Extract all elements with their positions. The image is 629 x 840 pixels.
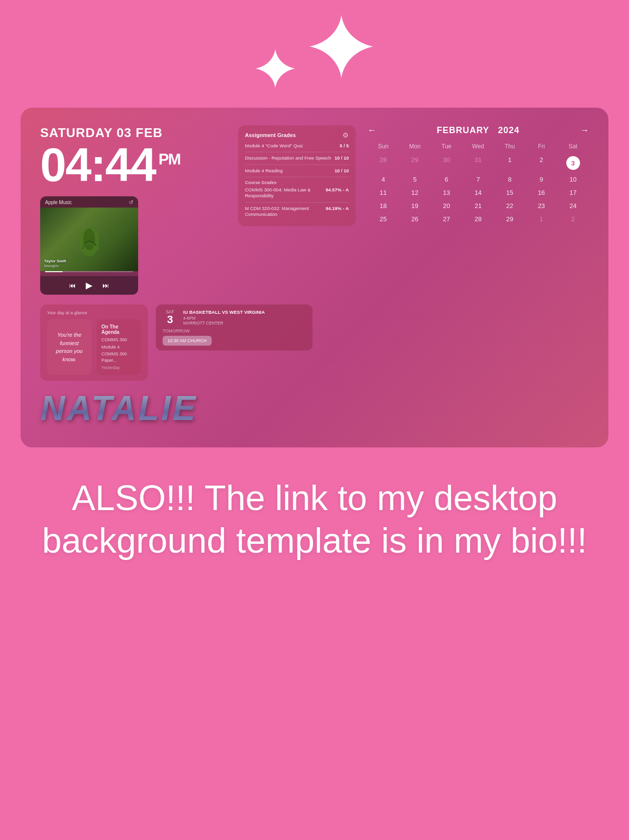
- cal-header-sun: Sun: [367, 140, 399, 153]
- grades-section: Assignment Grades ⚙ Module 4 "Code Word"…: [238, 125, 356, 295]
- calendar-widget: ← FEBRUARY 2024 → Sun Mon Tue Wed: [367, 125, 589, 225]
- events-section: SAT 3 IU BASKETBALL VS WEST VIRGINIA 4-6…: [156, 304, 313, 381]
- cal-week-1: 28 29 30 31 1 2 3: [367, 154, 589, 172]
- cal-header-thu: Thu: [494, 140, 526, 153]
- cal-day-17[interactable]: 17: [557, 187, 589, 199]
- course-score-1: 94.57% - A: [326, 187, 349, 192]
- music-album-art: Taylor Swift Midnights: [40, 208, 138, 271]
- music-progress-fill: [45, 271, 63, 272]
- cal-day-15[interactable]: 15: [494, 187, 526, 199]
- cal-day-16[interactable]: 16: [526, 187, 557, 199]
- grades-settings-icon[interactable]: ⚙: [342, 131, 349, 139]
- cal-day-28b[interactable]: 28: [462, 213, 494, 225]
- music-album-overlay: Taylor Swift Midnights: [44, 259, 66, 268]
- desktop-card: SATURDAY 03 FEB 04:44 PM Apple Music ↺: [21, 108, 608, 447]
- cal-day-4[interactable]: 4: [367, 173, 399, 186]
- event-location: MARRIOTT CENTER: [183, 321, 306, 326]
- calendar-year: 2024: [498, 125, 519, 135]
- music-controls: ⏮ ▶ ⏭: [40, 276, 138, 295]
- card-top: SATURDAY 03 FEB 04:44 PM Apple Music ↺: [40, 125, 589, 295]
- cal-day-7[interactable]: 7: [462, 173, 494, 186]
- cal-day-22[interactable]: 22: [494, 200, 526, 212]
- calendar-grid: Sun Mon Tue Wed Thu Fri Sat 28 29 30 31: [367, 140, 589, 225]
- cal-header-sat: Sat: [557, 140, 589, 153]
- cal-day-18[interactable]: 18: [367, 200, 399, 212]
- calendar-section: ← FEBRUARY 2024 → Sun Mon Tue Wed: [367, 125, 589, 295]
- cal-day-30[interactable]: 30: [431, 154, 462, 172]
- cal-day-12[interactable]: 12: [399, 187, 431, 199]
- event-details: IU BASKETBALL VS WEST VIRGINIA 4-6PM MAR…: [183, 309, 306, 326]
- cal-day-10[interactable]: 10: [557, 173, 589, 186]
- album-art-svg: [74, 220, 104, 259]
- calendar-month: FEBRUARY: [436, 125, 489, 135]
- cal-day-29b[interactable]: 29: [494, 213, 526, 225]
- music-prev-button[interactable]: ⏮: [69, 281, 76, 289]
- event-title: IU BASKETBALL VS WEST VIRGINIA: [183, 309, 306, 315]
- cal-day-19[interactable]: 19: [399, 200, 431, 212]
- cal-day-1b[interactable]: 1: [526, 213, 557, 225]
- tomorrow-section: TOMORROW 10:30 AM CHURCH: [163, 328, 306, 346]
- card-bottom: Your day at a glance You're the funniest…: [40, 304, 589, 381]
- glance-header: Your day at a glance: [47, 310, 141, 315]
- music-album: Midnights: [44, 264, 66, 268]
- cal-week-5: 25 26 27 28 29 1 2: [367, 213, 589, 225]
- grades-widget-header: Assignment Grades ⚙: [245, 131, 349, 139]
- agenda-time-label: Yesterday: [101, 365, 136, 370]
- cal-day-8[interactable]: 8: [494, 173, 526, 186]
- cal-day-3-today[interactable]: 3: [557, 154, 589, 172]
- cal-day-2[interactable]: 2: [526, 154, 557, 172]
- cal-day-29[interactable]: 29: [399, 154, 431, 172]
- music-player-header: Apple Music ↺: [40, 196, 138, 208]
- music-player[interactable]: Apple Music ↺ Taylor Swift Midnights: [40, 196, 138, 295]
- cal-day-26[interactable]: 26: [399, 213, 431, 225]
- music-app-label: Apple Music: [45, 200, 72, 205]
- grade-score-3: 10 / 10: [335, 168, 349, 173]
- basketball-event-card: SAT 3 IU BASKETBALL VS WEST VIRGINIA 4-6…: [156, 304, 313, 350]
- cal-day-2b[interactable]: 2: [557, 213, 589, 225]
- cal-day-14[interactable]: 14: [462, 187, 494, 199]
- calendar-next-button[interactable]: →: [580, 125, 589, 136]
- left-section: SATURDAY 03 FEB 04:44 PM Apple Music ↺: [40, 125, 226, 295]
- time-display: 04:44 PM: [40, 141, 226, 188]
- cal-day-13[interactable]: 13: [431, 187, 462, 199]
- agenda-title: On The Agenda: [101, 324, 136, 335]
- grade-row-2: Discussion - Reputation and Free Speech …: [245, 155, 349, 164]
- cal-day-6[interactable]: 6: [431, 173, 462, 186]
- cal-day-31[interactable]: 31: [462, 154, 494, 172]
- grade-score-2: 10 / 10: [335, 155, 349, 161]
- glance-widget: Your day at a glance You're the funniest…: [40, 304, 148, 381]
- cal-day-11[interactable]: 11: [367, 187, 399, 199]
- bottom-promo-text: ALSO!!! The link to my desktop backgroun…: [0, 467, 629, 591]
- cal-day-24[interactable]: 24: [557, 200, 589, 212]
- music-play-button[interactable]: ▶: [86, 280, 93, 291]
- cal-day-28[interactable]: 28: [367, 154, 399, 172]
- calendar-prev-button[interactable]: ←: [367, 125, 376, 136]
- music-artist: Taylor Swift: [44, 259, 66, 264]
- grades-widget: Assignment Grades ⚙ Module 4 "Code Word"…: [238, 125, 356, 226]
- grade-row-3: Module 4 Reading 10 / 10: [245, 168, 349, 177]
- course-grades-label: Course Grades: [245, 180, 349, 185]
- agenda-item-2: Module 4: [101, 344, 136, 350]
- cal-day-20[interactable]: 20: [431, 200, 462, 212]
- cal-week-4: 18 19 20 21 22 23 24: [367, 200, 589, 212]
- cal-day-5[interactable]: 5: [399, 173, 431, 186]
- sparkles-section: [0, 0, 629, 108]
- small-sparkle-icon: [256, 49, 295, 88]
- cal-day-25[interactable]: 25: [367, 213, 399, 225]
- glance-quote-box: You're the funniest person you know.: [47, 319, 92, 375]
- cal-day-23[interactable]: 23: [526, 200, 557, 212]
- tomorrow-event-badge: 10:30 AM CHURCH: [163, 336, 212, 346]
- course-name-1: COMMS 300-004: Media Law & Responsibilit…: [245, 187, 326, 199]
- cal-day-21[interactable]: 21: [462, 200, 494, 212]
- music-progress-bar[interactable]: [45, 271, 133, 272]
- music-next-button[interactable]: ⏭: [102, 281, 109, 289]
- glance-quote-text: You're the funniest person you know.: [52, 331, 87, 363]
- event-date-badge: SAT 3: [163, 309, 177, 326]
- cal-day-9[interactable]: 9: [526, 173, 557, 186]
- course-name-2: M CDM 320-032: Management Communication: [245, 206, 326, 218]
- glance-content: You're the funniest person you know. On …: [47, 319, 141, 375]
- music-refresh-icon[interactable]: ↺: [129, 199, 133, 206]
- cal-day-1[interactable]: 1: [494, 154, 526, 172]
- cal-day-27[interactable]: 27: [431, 213, 462, 225]
- cal-header-fri: Fri: [526, 140, 557, 153]
